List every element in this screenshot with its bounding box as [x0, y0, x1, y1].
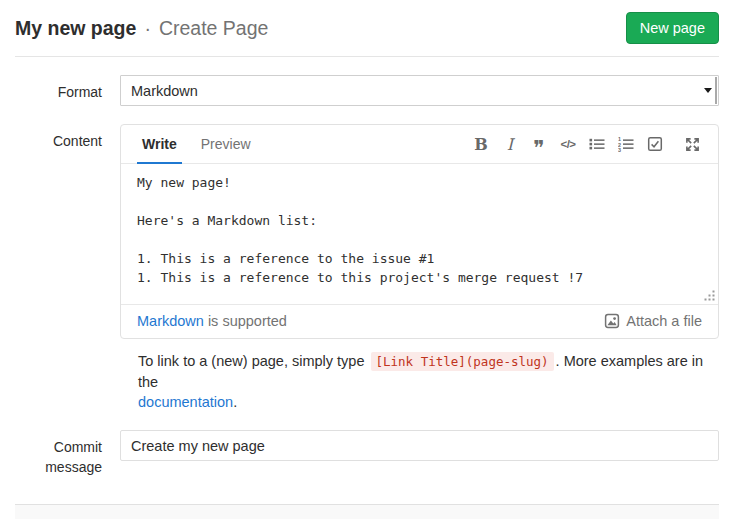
- content-textarea[interactable]: My new page! Here's a Markdown list: 1. …: [121, 164, 718, 304]
- tab-preview[interactable]: Preview: [196, 125, 256, 164]
- editor-footer: Markdown is supported Attach a file: [121, 305, 718, 338]
- tab-write[interactable]: Write: [137, 125, 182, 164]
- commit-message-row: Commit message: [15, 430, 719, 477]
- bullet-list-icon[interactable]: [587, 132, 607, 156]
- markdown-help-link[interactable]: Markdown: [137, 313, 204, 329]
- editor-toolbar: Write Preview B I ❞ </> 1: [121, 125, 718, 164]
- bold-icon[interactable]: B: [471, 132, 491, 156]
- fullscreen-icon[interactable]: [682, 132, 702, 156]
- quote-icon[interactable]: ❞: [529, 132, 549, 156]
- form-actions-footer: Create page Cancel: [15, 504, 719, 519]
- commit-message-label: Commit message: [15, 430, 120, 477]
- italic-icon[interactable]: I: [500, 132, 520, 156]
- svg-text:3: 3: [618, 147, 621, 152]
- content-label: Content: [15, 124, 120, 339]
- image-attachment-icon: [604, 313, 620, 329]
- code-icon[interactable]: </>: [558, 132, 578, 156]
- new-page-button[interactable]: New page: [626, 12, 719, 45]
- title-separator: ·: [144, 17, 151, 40]
- markdown-supported-text: is supported: [208, 313, 287, 329]
- numbered-list-icon[interactable]: 1 2 3: [616, 132, 636, 156]
- page-subtitle: Create Page: [159, 17, 269, 40]
- attach-file-label: Attach a file: [626, 313, 702, 329]
- wiki-hint-text: To link to a (new) page, simply type [Li…: [138, 351, 719, 412]
- format-select-wrapper: Markdown: [120, 75, 719, 106]
- attach-file-button[interactable]: Attach a file: [604, 313, 702, 329]
- resize-grip-icon[interactable]: [704, 290, 715, 301]
- page-title: My new page: [15, 17, 136, 40]
- markdown-editor: Write Preview B I ❞ </> 1: [120, 124, 719, 339]
- task-list-icon[interactable]: [645, 132, 665, 156]
- format-select[interactable]: Markdown: [120, 75, 719, 106]
- page-header: My new page · Create Page New page: [15, 0, 719, 57]
- breadcrumb: My new page · Create Page: [15, 17, 268, 40]
- hint-period: .: [233, 394, 237, 410]
- format-row: Format Markdown: [15, 75, 719, 106]
- editor-write-area: My new page! Here's a Markdown list: 1. …: [121, 164, 718, 305]
- documentation-link[interactable]: documentation: [138, 394, 233, 410]
- format-label: Format: [15, 75, 120, 106]
- commit-message-input[interactable]: [120, 430, 719, 461]
- link-syntax-code: [Link Title](page-slug): [371, 352, 554, 371]
- hint-prefix: To link to a (new) page, simply type: [138, 353, 364, 369]
- content-row: Content Write Preview B I ❞ </>: [15, 124, 719, 339]
- toolbar-buttons: B I ❞ </> 1 2 3: [462, 132, 702, 156]
